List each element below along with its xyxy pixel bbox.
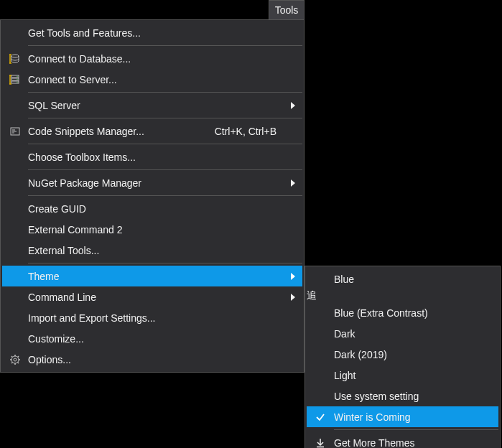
- submenu-arrow-icon: [291, 273, 295, 280]
- theme-blue-extra-contrast[interactable]: Blue (Extra Contrast): [307, 302, 498, 323]
- menu-item-label: NuGet Package Manager: [28, 177, 302, 189]
- separator: [28, 92, 302, 93]
- menu-connect-database[interactable]: Connect to Database...: [2, 48, 302, 69]
- menu-item-label: Blue (Extra Contrast): [334, 307, 498, 319]
- menu-sql-server[interactable]: SQL Server: [2, 95, 302, 116]
- separator: [28, 263, 302, 263]
- svg-point-7: [17, 75, 17, 76]
- menu-item-label: Code Snippets Manager...: [28, 126, 215, 137]
- theme-get-more-themes[interactable]: Get More Themes: [307, 432, 498, 448]
- svg-line-23: [11, 356, 13, 358]
- menu-item-label: Options...: [28, 354, 302, 365]
- menu-item-label: Connect to Server...: [28, 74, 302, 85]
- theme-light[interactable]: Light: [307, 365, 498, 386]
- theme-blue[interactable]: Blue: [307, 269, 498, 289]
- menu-item-label: Use system setting: [334, 391, 498, 402]
- submenu-arrow-icon: [291, 102, 295, 109]
- separator: [334, 429, 498, 430]
- separator: [28, 118, 302, 118]
- menu-theme[interactable]: Theme: [2, 266, 302, 286]
- theme-submenu: Blue 追 Blue (Extra Contrast) Dark Dark (…: [305, 266, 501, 448]
- server-icon: [2, 74, 28, 85]
- menu-item-label: Theme: [28, 271, 302, 282]
- menu-external-tools[interactable]: External Tools...: [2, 240, 302, 261]
- svg-line-25: [11, 362, 13, 363]
- menu-item-label: Blue: [334, 274, 498, 285]
- menu-item-label: Choose Toolbox Items...: [28, 151, 302, 163]
- theme-winter-is-coming[interactable]: Winter is Coming: [307, 406, 498, 427]
- menu-item-label: Get More Themes: [334, 437, 498, 449]
- menu-import-export-settings[interactable]: Import and Export Settings...: [2, 307, 302, 328]
- menu-item-label: Create GUID: [28, 203, 302, 215]
- tools-dropdown: Get Tools and Features... Connect to Dat…: [0, 19, 305, 373]
- menu-options[interactable]: Options...: [2, 349, 302, 370]
- menubar-tools-label: Tools: [275, 4, 299, 16]
- menu-external-command-2[interactable]: External Command 2: [2, 219, 302, 240]
- menu-item-shortcut: Ctrl+K, Ctrl+B: [215, 126, 302, 137]
- separator: [28, 169, 302, 170]
- svg-point-8: [17, 78, 17, 79]
- menu-item-label: Light: [334, 370, 498, 381]
- menu-item-label: Dark: [334, 328, 498, 340]
- menu-choose-toolbox[interactable]: Choose Toolbox Items...: [2, 146, 302, 167]
- menu-item-label: Connect to Database...: [28, 53, 302, 65]
- database-icon: [2, 53, 28, 65]
- menu-create-guid[interactable]: Create GUID: [2, 198, 302, 219]
- svg-line-26: [18, 356, 19, 358]
- menu-code-snippets[interactable]: Code Snippets Manager... Ctrl+K, Ctrl+B: [2, 121, 302, 141]
- separator: [28, 144, 302, 144]
- menu-customize[interactable]: Customize...: [2, 328, 302, 349]
- menu-item-label: Get Tools and Features...: [28, 27, 302, 39]
- menu-item-label: Customize...: [28, 333, 302, 345]
- menu-item-label: SQL Server: [28, 100, 302, 111]
- menu-connect-server[interactable]: Connect to Server...: [2, 69, 302, 90]
- svg-point-9: [17, 81, 17, 82]
- checkmark-icon: [307, 412, 334, 422]
- menu-command-line[interactable]: Command Line: [2, 286, 302, 307]
- svg-point-18: [14, 358, 17, 361]
- submenu-arrow-icon: [291, 294, 295, 301]
- theme-dark[interactable]: Dark: [307, 323, 498, 344]
- menu-nuget[interactable]: NuGet Package Manager: [2, 172, 302, 193]
- menubar-tools[interactable]: Tools: [269, 0, 305, 20]
- gear-icon: [2, 354, 28, 365]
- svg-line-24: [18, 362, 19, 363]
- menu-item-label: External Tools...: [28, 245, 302, 256]
- menu-item-label: Import and Export Settings...: [28, 312, 302, 324]
- menu-item-label: Dark (2019): [334, 349, 498, 360]
- svg-point-0: [11, 55, 19, 57]
- menu-item-label: External Command 2: [28, 224, 302, 235]
- menu-item-label: Winter is Coming: [334, 411, 498, 423]
- theme-dark-2019[interactable]: Dark (2019): [307, 344, 498, 365]
- download-icon: [307, 438, 334, 448]
- menu-get-tools-features[interactable]: Get Tools and Features...: [2, 22, 302, 43]
- separator: [28, 45, 302, 46]
- code-snippets-icon: [2, 126, 28, 137]
- submenu-arrow-icon: [291, 179, 295, 187]
- menu-item-label: Command Line: [28, 291, 302, 303]
- theme-use-system-setting[interactable]: Use system setting: [307, 386, 498, 406]
- separator: [28, 195, 302, 196]
